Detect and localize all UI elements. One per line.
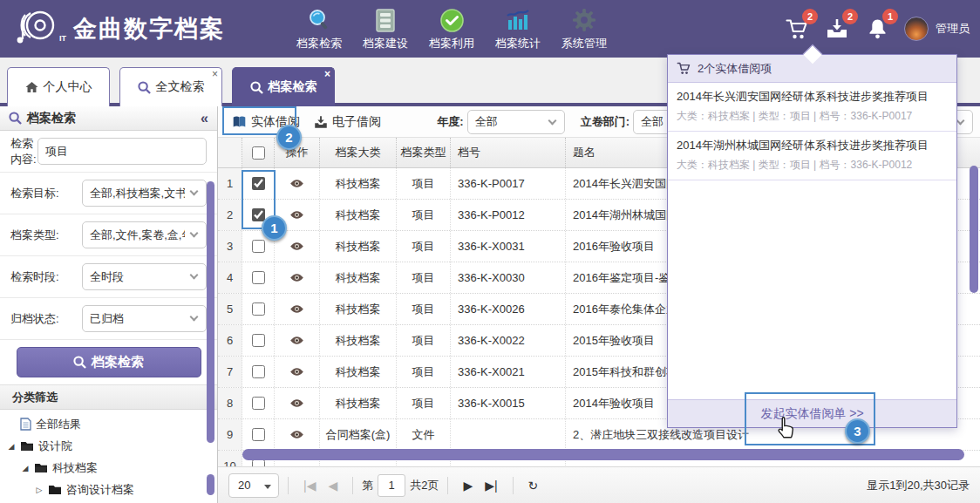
- archive-type-select[interactable]: 全部,文件,案卷,盒,年度: [82, 221, 207, 248]
- header-number: 档号: [451, 138, 566, 167]
- tree-expanded-icon[interactable]: ◢: [21, 464, 30, 472]
- notification-button[interactable]: 1: [864, 16, 890, 42]
- search-icon: [9, 112, 22, 125]
- view-icon[interactable]: [289, 336, 304, 345]
- field-label: 归档状态:: [10, 311, 82, 327]
- view-icon[interactable]: [289, 210, 304, 220]
- collapse-panel-icon[interactable]: «: [201, 111, 208, 126]
- create-borrow-order-link[interactable]: 发起实体借阅单 >>: [760, 406, 863, 422]
- nav-archive-build[interactable]: 档案建设: [352, 6, 419, 51]
- cell-type: 项目: [397, 357, 451, 387]
- cart-item[interactable]: 2014年湖州林城国网经研体系科技进步奖推荐项目 大类：科技档案 | 类型：项目…: [668, 132, 956, 180]
- user-name[interactable]: 管理员: [936, 21, 970, 37]
- search-icon: [250, 81, 263, 94]
- page-size-select[interactable]: 20: [228, 473, 279, 498]
- page-total: 共2页: [410, 478, 439, 493]
- row-checkbox[interactable]: [252, 365, 265, 378]
- tree-item-consult-design-archive[interactable]: ▷ 咨询设计档案: [7, 479, 217, 500]
- cart-item-title: 2014年湖州林城国网经研体系科技进步奖推荐项目: [677, 138, 948, 153]
- row-checkbox[interactable]: [252, 271, 265, 284]
- cell-number: 336-K-X0015: [451, 388, 566, 418]
- cell-number: 336-K-X0021: [451, 357, 566, 387]
- disc-logo-icon: [12, 6, 58, 51]
- cart-button[interactable]: 2: [784, 16, 810, 42]
- vertical-scrollbar-thumb[interactable]: [970, 166, 978, 293]
- row-checkbox[interactable]: [252, 334, 265, 347]
- logo-sub-text: IT: [59, 34, 66, 43]
- nav-archive-stats[interactable]: 档案统计: [485, 6, 551, 51]
- chevron-down-icon: [190, 187, 199, 196]
- tab-personal-center[interactable]: 个人中心: [7, 67, 110, 106]
- annotation-badge-2: 2: [276, 125, 302, 150]
- tree-item-all-results[interactable]: 全部结果: [7, 413, 217, 435]
- cell-category: 合同档案(盒): [320, 419, 397, 450]
- tree-expanded-icon[interactable]: ◢: [7, 442, 16, 451]
- tab-close-icon[interactable]: ×: [212, 69, 218, 79]
- row-number: 8: [218, 388, 242, 418]
- field-label: 档案类型:: [10, 228, 82, 243]
- horizontal-scrollbar-thumb[interactable]: [242, 449, 964, 460]
- view-icon[interactable]: [289, 304, 304, 314]
- sidebar-scrollbar-thumb[interactable]: [207, 181, 214, 443]
- tab-archive-search[interactable]: 档案检索 ×: [232, 67, 335, 106]
- folder-icon: [48, 484, 62, 495]
- first-page-button[interactable]: |◀: [303, 479, 316, 493]
- chevron-down-icon: [190, 271, 199, 280]
- cart-item[interactable]: 2014年长兴泗安国网经研体系科技进步奖推荐项目 大类：科技档案 | 类型：项目…: [668, 83, 956, 132]
- search-period-select[interactable]: 全时段: [82, 263, 207, 290]
- tree-item-tech-archive[interactable]: ◢ 科技档案: [7, 457, 217, 479]
- view-icon[interactable]: [289, 430, 304, 439]
- app-title: 金曲数字档案: [73, 13, 225, 44]
- nav-label: 档案利用: [429, 36, 474, 51]
- view-icon[interactable]: [289, 273, 304, 282]
- year-filter-select[interactable]: 全部: [467, 110, 565, 134]
- popup-footer: 发起实体借阅单 >>: [668, 399, 956, 427]
- view-icon[interactable]: [289, 241, 304, 251]
- select-all-checkbox[interactable]: [252, 146, 265, 160]
- download-icon: [314, 115, 328, 129]
- electronic-borrow-button[interactable]: 电子借阅: [307, 111, 388, 133]
- field-label: 检索内容:: [10, 136, 37, 167]
- record-summary: 显示1到20,共30记录: [867, 478, 970, 493]
- row-checkbox[interactable]: [252, 177, 265, 190]
- row-number: 9: [218, 419, 242, 450]
- annotation-badge-1: 1: [262, 215, 287, 241]
- refresh-button[interactable]: ↻: [528, 479, 539, 493]
- tab-close-icon[interactable]: ×: [324, 69, 330, 79]
- nav-system-admin[interactable]: 系统管理: [551, 6, 617, 51]
- cart-badge: 2: [802, 9, 818, 24]
- view-icon[interactable]: [289, 398, 304, 408]
- row-checkbox[interactable]: [252, 428, 265, 441]
- form-row-type: 档案类型: 全部,文件,案卷,盒,年度: [0, 214, 217, 256]
- archive-search-button[interactable]: 档案检索: [17, 347, 201, 377]
- app-window: IT 金曲数字档案 档案检索 档案建设 档案利用: [0, 0, 980, 503]
- last-page-button[interactable]: ▶|: [485, 479, 497, 493]
- tree-collapsed-icon[interactable]: ▷: [35, 486, 44, 494]
- next-page-button[interactable]: ▶: [463, 479, 473, 493]
- search-target-select[interactable]: 全部,科技档案,文书档案: [82, 180, 207, 207]
- prev-page-button[interactable]: ◀: [328, 479, 337, 493]
- cell-category: 科技档案: [320, 262, 397, 293]
- row-checkbox[interactable]: [252, 302, 265, 316]
- home-icon: [25, 81, 38, 93]
- tree-item-design-institute[interactable]: ◢ 设计院: [7, 435, 217, 457]
- borrow-cart-popup: 2个实体借阅项 2014年长兴泗安国网经研体系科技进步奖推荐项目 大类：科技档案…: [667, 54, 957, 428]
- row-checkbox[interactable]: [252, 240, 265, 253]
- document-icon: [20, 418, 31, 431]
- tab-fulltext-search[interactable]: 全文检索 ×: [119, 67, 222, 106]
- nav-archive-use[interactable]: 档案利用: [419, 6, 485, 51]
- row-checkbox[interactable]: [252, 397, 265, 410]
- user-avatar[interactable]: [904, 17, 929, 41]
- nav-archive-search[interactable]: 档案检索: [286, 6, 352, 51]
- search-icon: [138, 81, 151, 94]
- search-content-input[interactable]: [37, 138, 207, 165]
- view-icon[interactable]: [289, 367, 304, 377]
- cell-type: 项目: [397, 231, 451, 262]
- download-button[interactable]: 2: [824, 16, 850, 42]
- row-checkbox[interactable]: [252, 208, 265, 221]
- page-number-input[interactable]: [378, 474, 405, 497]
- view-icon[interactable]: [289, 179, 304, 188]
- cell-category: 科技档案: [320, 200, 397, 230]
- tree-scrollbar-thumb[interactable]: [207, 474, 214, 495]
- archive-status-select[interactable]: 已归档: [82, 305, 207, 332]
